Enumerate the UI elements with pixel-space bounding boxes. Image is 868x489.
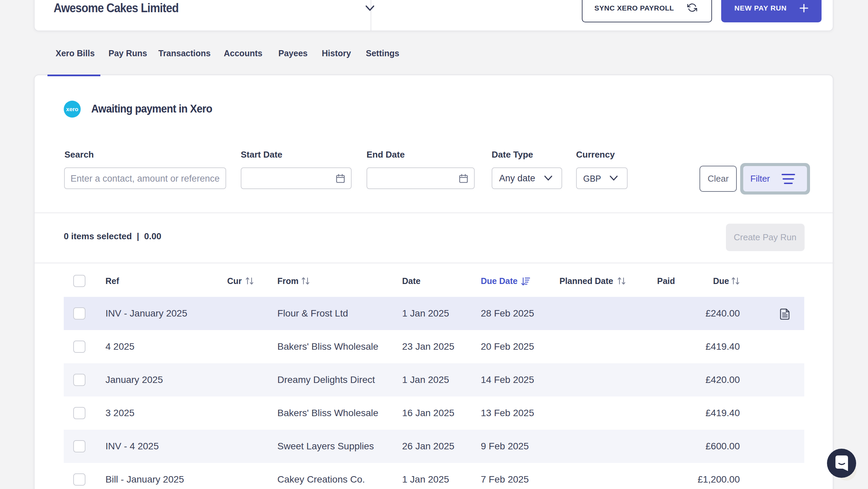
svg-text:xero: xero	[66, 106, 78, 113]
